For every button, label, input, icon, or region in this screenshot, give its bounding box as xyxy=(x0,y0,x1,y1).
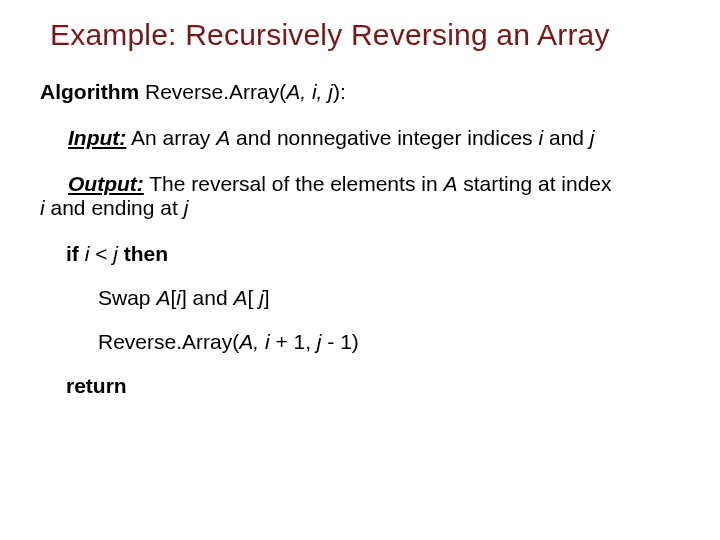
kw-algorithm: Algorithm xyxy=(40,80,139,103)
slide-title: Example: Recursively Reversing an Array xyxy=(50,18,690,52)
txt: and nonnegative integer indices xyxy=(230,126,538,149)
txt: - 1) xyxy=(322,330,359,353)
algorithm-body: if i < j then Swap A[i] and A[ j] Revers… xyxy=(66,242,690,398)
op-lt: < xyxy=(89,242,113,265)
if-line: if i < j then xyxy=(66,242,690,266)
kw-return: return xyxy=(66,374,127,397)
algorithm-signature: Algorithm Reverse.Array(A, i, j): xyxy=(40,80,690,104)
txt: Reverse.Array( xyxy=(98,330,239,353)
txt: ] and xyxy=(181,286,234,309)
txt: starting at index xyxy=(457,172,611,195)
arg-i: i, xyxy=(312,80,323,103)
kw-then: then xyxy=(118,242,168,265)
txt: Swap xyxy=(98,286,156,309)
swap-line: Swap A[i] and A[ j] xyxy=(98,286,690,310)
algo-name: Reverse.Array( xyxy=(139,80,286,103)
txt: + 1, xyxy=(270,330,317,353)
bracket: ] xyxy=(264,286,270,309)
txt: The reversal of the elements in xyxy=(144,172,444,195)
recurse-line: Reverse.Array(A, i + 1, j - 1) xyxy=(98,330,690,354)
var-a: A xyxy=(156,286,170,309)
slide: Example: Recursively Reversing an Array … xyxy=(0,0,720,540)
txt: and ending at xyxy=(45,196,184,219)
var-a: A xyxy=(216,126,230,149)
var-a: A xyxy=(233,286,247,309)
var-a: A, xyxy=(239,330,259,353)
arg-a: A, xyxy=(286,80,306,103)
algo-close: ): xyxy=(333,80,346,103)
output-label: Output: xyxy=(68,172,144,195)
var-j: j xyxy=(184,196,189,219)
var-j: j xyxy=(590,126,595,149)
return-line: return xyxy=(66,374,690,398)
txt: An array xyxy=(126,126,216,149)
input-label: Input: xyxy=(68,126,126,149)
kw-if: if xyxy=(66,242,85,265)
output-description: Output: The reversal of the elements in … xyxy=(40,172,690,220)
txt: and xyxy=(543,126,590,149)
input-description: Input: An array A and nonnegative intege… xyxy=(68,126,690,150)
var-a: A xyxy=(443,172,457,195)
bracket: [ xyxy=(247,286,259,309)
